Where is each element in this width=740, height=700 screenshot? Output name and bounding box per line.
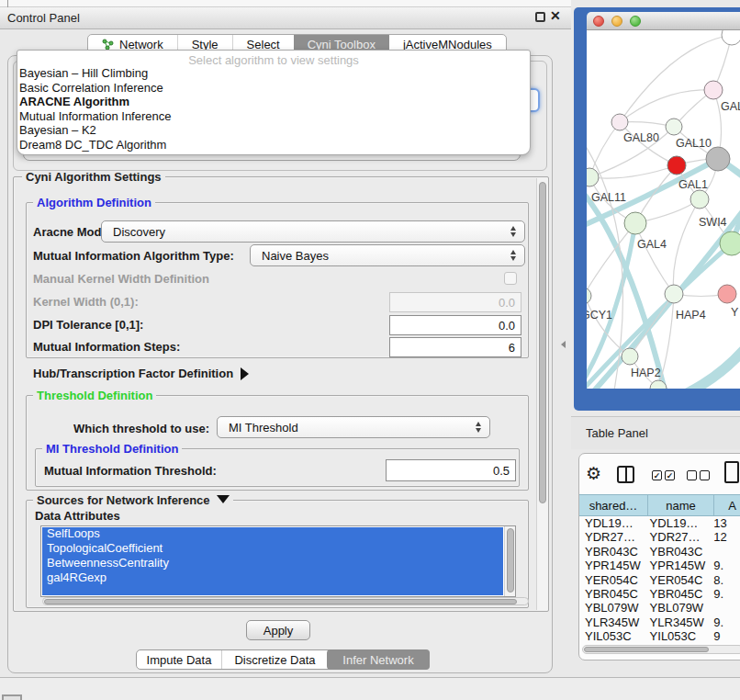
settings-vertical-scrollbar[interactable] <box>536 178 548 610</box>
table-row[interactable]: YBR045CYBR045C9. <box>579 587 740 601</box>
hub-definition-toggle[interactable]: Hub/Transcription Factor Definition <box>33 367 249 380</box>
table-row[interactable]: YER054CYER054C8. <box>579 573 740 587</box>
table-row[interactable]: YLR345WYLR345W9. <box>579 615 740 629</box>
table-horizontal-scrollbar-thumb[interactable] <box>584 647 709 652</box>
manual-kernel-width-checkbox[interactable] <box>504 272 517 285</box>
algorithm-dropdown-popup: Select algorithm to view settings Bayesi… <box>17 50 531 155</box>
network-edge[interactable] <box>620 35 732 122</box>
network-node[interactable] <box>718 285 736 303</box>
algorithm-option[interactable]: Bayesian – Hill Climbing <box>17 66 530 81</box>
data-attributes-list[interactable]: SelfLoopsTopologicalCoefficientBetweenne… <box>40 525 516 597</box>
algorithm-option[interactable]: Basic Correlation Inference <box>17 81 530 96</box>
network-node-label: GAL80 <box>623 131 659 144</box>
close-window-icon[interactable] <box>593 16 604 27</box>
column-header-3[interactable]: A <box>714 494 740 516</box>
attribute-item[interactable]: BetweennessCentrality <box>41 556 515 570</box>
control-panel-title: Control Panel <box>7 11 80 25</box>
sources-horizontal-scrollbar-thumb[interactable] <box>44 599 517 604</box>
cyni-settings-group-title: Cyni Algorithm Settings <box>22 170 165 184</box>
network-node[interactable] <box>587 288 591 304</box>
table-cell: YDR27… <box>579 530 646 544</box>
kernel-width-label: Kernel Width (0,1): <box>33 295 139 309</box>
table-panel-title: Table Panel <box>586 426 648 440</box>
network-node[interactable] <box>720 231 740 255</box>
network-edge[interactable] <box>635 223 674 294</box>
column-header-1[interactable]: shared… <box>579 494 648 516</box>
file-icon[interactable] <box>724 461 739 483</box>
status-bar-area <box>0 677 740 700</box>
network-icon <box>102 39 114 51</box>
bottom-tab-infer-network[interactable]: Infer Network <box>327 649 430 670</box>
table-row[interactable]: YDL19…YDL19…13 <box>579 516 740 530</box>
network-node[interactable] <box>667 156 686 175</box>
algorithm-definition-title: Algorithm Definition <box>33 196 155 209</box>
table-cell: YDL19… <box>579 516 646 530</box>
algorithm-option[interactable]: Mutual Information Inference <box>17 109 530 124</box>
mi-steps-field[interactable]: 6 <box>389 337 521 357</box>
mi-algorithm-type-combobox[interactable]: Naive Bayes <box>250 244 525 266</box>
table-row[interactable]: YBL079WYBL079W <box>579 601 740 615</box>
corner-button[interactable] <box>2 694 22 700</box>
table-cell: YIL053C <box>579 629 646 643</box>
select-all-icon[interactable]: ✓ <box>665 470 675 480</box>
table-horizontal-scrollbar[interactable] <box>582 645 740 654</box>
threshold-definition-title: Threshold Definition <box>33 389 156 402</box>
table-cell: YBR043C <box>579 545 646 559</box>
bottom-tab-impute-data[interactable]: Impute Data <box>137 650 221 669</box>
apply-button[interactable]: Apply <box>246 620 310 640</box>
attribute-item[interactable]: gal4RGexp <box>41 570 515 585</box>
aracne-mode-value: Discovery <box>113 225 165 239</box>
algorithm-dropdown-placeholder: Select algorithm to view settings <box>17 51 530 66</box>
settings-scrollbar-thumb[interactable] <box>539 182 546 503</box>
collapsed-arrow-icon <box>241 367 249 380</box>
combo-spinner-icon <box>510 250 517 261</box>
minimize-window-icon[interactable] <box>611 16 622 27</box>
network-node-label: GCY1 <box>587 309 612 322</box>
table-row[interactable]: YBR043CYBR043C <box>579 545 740 559</box>
algorithm-option[interactable]: ARACNE Algorithm <box>17 95 530 109</box>
attribute-list-scrollbar-thumb[interactable] <box>507 528 514 593</box>
splitter-collapse-icon[interactable] <box>561 341 566 348</box>
table-cell: YBR045C <box>579 587 646 601</box>
network-node[interactable] <box>706 147 730 171</box>
kernel-width-field[interactable]: 0.0 <box>389 292 521 312</box>
dpi-tolerance-field[interactable]: 0.0 <box>389 315 521 335</box>
select-all-icon[interactable]: ✓ <box>652 470 662 480</box>
which-threshold-combobox[interactable]: MI Threshold <box>217 416 490 438</box>
mi-threshold-field[interactable]: 0.5 <box>386 459 516 481</box>
network-node[interactable] <box>722 30 740 45</box>
sources-group-toggle[interactable]: Sources for Network Inference <box>33 493 233 507</box>
split-columns-icon[interactable] <box>617 466 634 483</box>
deselect-all-icon[interactable] <box>687 470 697 480</box>
network-node[interactable] <box>624 212 646 234</box>
network-node[interactable] <box>690 190 709 209</box>
close-panel-icon[interactable]: ✕ <box>550 8 561 23</box>
table-row[interactable]: YDR27…YDR27…12 <box>579 530 740 544</box>
network-node[interactable] <box>622 348 638 365</box>
attribute-list-scrollbar[interactable] <box>504 526 515 596</box>
network-edge[interactable] <box>620 90 713 122</box>
table-row[interactable]: YPR145WYPR145W9. <box>579 559 740 572</box>
network-window-titlebar[interactable] <box>587 12 740 30</box>
attribute-item[interactable]: SelfLoops <box>41 526 515 541</box>
sources-horizontal-scrollbar[interactable] <box>42 597 529 605</box>
network-canvas[interactable]: GALGAL80GAL10GAL1GAL11GAL4SWI4GCY1HAP4YH… <box>587 30 740 389</box>
bottom-tab-discretize-data[interactable]: Discretize Data <box>221 650 328 669</box>
float-panel-icon[interactable] <box>535 12 545 22</box>
network-node[interactable] <box>587 168 599 186</box>
zoom-window-icon[interactable] <box>630 16 641 27</box>
network-node[interactable] <box>666 119 682 135</box>
network-node[interactable] <box>665 285 683 303</box>
column-header-2[interactable]: name <box>648 494 714 516</box>
gear-icon[interactable]: ⚙ <box>586 463 601 484</box>
table-row[interactable]: YIL053CYIL053C9 <box>579 629 740 643</box>
network-node[interactable] <box>611 114 628 130</box>
control-panel-titlebar: Control Panel <box>0 7 571 29</box>
algorithm-option[interactable]: Bayesian – K2 <box>17 123 530 138</box>
table-body: YDL19…YDL19…13YDR27…YDR27…12YBR043CYBR04… <box>579 516 740 643</box>
algorithm-option[interactable]: Dream8 DC_TDC Algorithm <box>17 138 530 152</box>
aracne-mode-combobox[interactable]: Discovery <box>101 220 525 243</box>
network-node[interactable] <box>704 81 723 99</box>
deselect-all-icon[interactable] <box>700 470 710 480</box>
attribute-item[interactable]: TopologicalCoefficient <box>41 541 515 556</box>
